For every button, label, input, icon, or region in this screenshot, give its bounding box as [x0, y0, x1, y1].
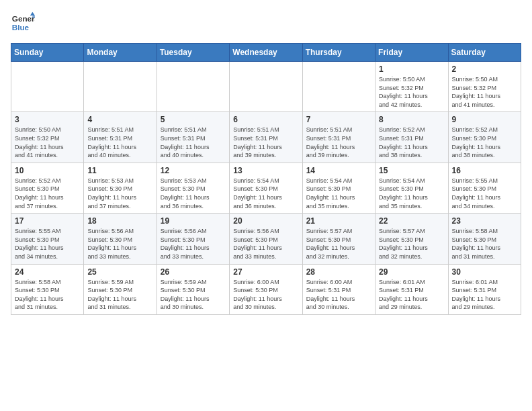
calendar-cell: 12Sunrise: 5:53 AM Sunset: 5:30 PM Dayli… — [157, 163, 229, 213]
day-info: Sunrise: 5:52 AM Sunset: 5:31 PM Dayligh… — [379, 126, 444, 159]
calendar-cell: 13Sunrise: 5:54 AM Sunset: 5:30 PM Dayli… — [230, 163, 302, 213]
day-number: 25 — [87, 267, 152, 277]
logo: General Blue — [11, 11, 35, 35]
calendar-week-row: 1Sunrise: 5:50 AM Sunset: 5:32 PM Daylig… — [11, 62, 521, 112]
day-info: Sunrise: 6:01 AM Sunset: 5:31 PM Dayligh… — [452, 278, 517, 312]
calendar-cell: 3Sunrise: 5:50 AM Sunset: 5:32 PM Daylig… — [11, 112, 84, 163]
day-info: Sunrise: 5:54 AM Sunset: 5:30 PM Dayligh… — [306, 177, 371, 210]
day-info: Sunrise: 5:51 AM Sunset: 5:31 PM Dayligh… — [233, 126, 298, 159]
day-number: 21 — [306, 216, 371, 226]
day-info: Sunrise: 5:56 AM Sunset: 5:30 PM Dayligh… — [233, 227, 298, 261]
day-number: 22 — [379, 216, 444, 226]
day-info: Sunrise: 5:51 AM Sunset: 5:31 PM Dayligh… — [161, 126, 226, 159]
day-info: Sunrise: 5:56 AM Sunset: 5:30 PM Dayligh… — [87, 227, 152, 261]
calendar-cell: 14Sunrise: 5:54 AM Sunset: 5:30 PM Dayli… — [302, 163, 375, 213]
day-number: 20 — [233, 216, 298, 226]
calendar-cell: 11Sunrise: 5:53 AM Sunset: 5:30 PM Dayli… — [84, 163, 157, 213]
logo-icon: General Blue — [11, 11, 35, 35]
day-number: 3 — [15, 115, 80, 124]
day-number: 18 — [87, 216, 152, 226]
day-info: Sunrise: 5:52 AM Sunset: 5:30 PM Dayligh… — [15, 177, 80, 210]
day-info: Sunrise: 5:58 AM Sunset: 5:30 PM Dayligh… — [15, 278, 80, 312]
day-number: 19 — [161, 216, 226, 226]
calendar-cell: 17Sunrise: 5:55 AM Sunset: 5:30 PM Dayli… — [11, 214, 84, 264]
day-number: 2 — [452, 64, 517, 74]
calendar-cell: 19Sunrise: 5:56 AM Sunset: 5:30 PM Dayli… — [157, 214, 229, 264]
day-number: 10 — [15, 166, 80, 175]
calendar-cell — [84, 62, 157, 112]
calendar-cell: 22Sunrise: 5:57 AM Sunset: 5:30 PM Dayli… — [375, 214, 448, 264]
calendar-cell — [302, 62, 375, 112]
day-number: 12 — [161, 166, 226, 175]
calendar-cell — [230, 62, 302, 112]
calendar-cell: 24Sunrise: 5:58 AM Sunset: 5:30 PM Dayli… — [11, 264, 84, 314]
day-info: Sunrise: 5:54 AM Sunset: 5:30 PM Dayligh… — [233, 177, 298, 210]
day-number: 11 — [87, 166, 152, 175]
weekday-header-thursday: Thursday — [302, 44, 375, 62]
day-info: Sunrise: 5:55 AM Sunset: 5:30 PM Dayligh… — [452, 177, 517, 210]
day-info: Sunrise: 5:53 AM Sunset: 5:30 PM Dayligh… — [87, 177, 152, 210]
day-info: Sunrise: 5:50 AM Sunset: 5:32 PM Dayligh… — [379, 75, 444, 109]
day-info: Sunrise: 6:00 AM Sunset: 5:30 PM Dayligh… — [233, 278, 298, 312]
calendar-cell: 10Sunrise: 5:52 AM Sunset: 5:30 PM Dayli… — [11, 163, 84, 213]
day-info: Sunrise: 5:52 AM Sunset: 5:30 PM Dayligh… — [452, 126, 517, 159]
day-info: Sunrise: 5:58 AM Sunset: 5:30 PM Dayligh… — [452, 227, 517, 261]
weekday-header-sunday: Sunday — [11, 44, 84, 62]
calendar-header-row: SundayMondayTuesdayWednesdayThursdayFrid… — [11, 44, 521, 62]
day-number: 14 — [306, 166, 371, 175]
day-info: Sunrise: 5:50 AM Sunset: 5:32 PM Dayligh… — [15, 126, 80, 159]
day-info: Sunrise: 5:55 AM Sunset: 5:30 PM Dayligh… — [15, 227, 80, 261]
day-number: 1 — [379, 64, 444, 74]
day-number: 16 — [452, 166, 517, 175]
day-info: Sunrise: 6:01 AM Sunset: 5:31 PM Dayligh… — [379, 278, 444, 312]
calendar-cell: 8Sunrise: 5:52 AM Sunset: 5:31 PM Daylig… — [375, 112, 448, 163]
day-number: 27 — [233, 267, 298, 277]
calendar-cell: 23Sunrise: 5:58 AM Sunset: 5:30 PM Dayli… — [448, 214, 521, 264]
day-info: Sunrise: 5:50 AM Sunset: 5:32 PM Dayligh… — [452, 75, 517, 109]
day-number: 28 — [306, 267, 371, 277]
calendar-cell: 7Sunrise: 5:51 AM Sunset: 5:31 PM Daylig… — [302, 112, 375, 163]
day-number: 23 — [452, 216, 517, 226]
day-number: 7 — [306, 115, 371, 124]
day-number: 17 — [15, 216, 80, 226]
weekday-header-tuesday: Tuesday — [157, 44, 229, 62]
day-info: Sunrise: 5:57 AM Sunset: 5:30 PM Dayligh… — [379, 227, 444, 261]
day-info: Sunrise: 5:54 AM Sunset: 5:30 PM Dayligh… — [379, 177, 444, 210]
calendar-week-row: 24Sunrise: 5:58 AM Sunset: 5:30 PM Dayli… — [11, 264, 521, 314]
calendar-cell: 27Sunrise: 6:00 AM Sunset: 5:30 PM Dayli… — [230, 264, 302, 314]
day-info: Sunrise: 6:00 AM Sunset: 5:31 PM Dayligh… — [306, 278, 371, 312]
day-info: Sunrise: 5:53 AM Sunset: 5:30 PM Dayligh… — [161, 177, 226, 210]
calendar-table: SundayMondayTuesdayWednesdayThursdayFrid… — [11, 43, 521, 315]
calendar-cell — [157, 62, 229, 112]
day-info: Sunrise: 5:59 AM Sunset: 5:30 PM Dayligh… — [87, 278, 152, 312]
calendar-week-row: 17Sunrise: 5:55 AM Sunset: 5:30 PM Dayli… — [11, 214, 521, 264]
day-number: 29 — [379, 267, 444, 277]
calendar-cell — [11, 62, 84, 112]
day-number: 13 — [233, 166, 298, 175]
svg-text:Blue: Blue — [12, 23, 30, 32]
calendar-cell: 28Sunrise: 6:00 AM Sunset: 5:31 PM Dayli… — [302, 264, 375, 314]
calendar-cell: 5Sunrise: 5:51 AM Sunset: 5:31 PM Daylig… — [157, 112, 229, 163]
day-number: 6 — [233, 115, 298, 124]
calendar-week-row: 3Sunrise: 5:50 AM Sunset: 5:32 PM Daylig… — [11, 112, 521, 163]
weekday-header-wednesday: Wednesday — [230, 44, 302, 62]
calendar-cell: 25Sunrise: 5:59 AM Sunset: 5:30 PM Dayli… — [84, 264, 157, 314]
day-info: Sunrise: 5:59 AM Sunset: 5:30 PM Dayligh… — [161, 278, 226, 312]
day-number: 5 — [161, 115, 226, 124]
calendar-cell: 9Sunrise: 5:52 AM Sunset: 5:30 PM Daylig… — [448, 112, 521, 163]
day-number: 24 — [15, 267, 80, 277]
day-info: Sunrise: 5:51 AM Sunset: 5:31 PM Dayligh… — [87, 126, 152, 159]
weekday-header-friday: Friday — [375, 44, 448, 62]
day-number: 9 — [452, 115, 517, 124]
calendar-cell: 18Sunrise: 5:56 AM Sunset: 5:30 PM Dayli… — [84, 214, 157, 264]
weekday-header-monday: Monday — [84, 44, 157, 62]
day-info: Sunrise: 5:51 AM Sunset: 5:31 PM Dayligh… — [306, 126, 371, 159]
calendar-cell: 1Sunrise: 5:50 AM Sunset: 5:32 PM Daylig… — [375, 62, 448, 112]
calendar-cell: 2Sunrise: 5:50 AM Sunset: 5:32 PM Daylig… — [448, 62, 521, 112]
calendar-cell: 21Sunrise: 5:57 AM Sunset: 5:30 PM Dayli… — [302, 214, 375, 264]
calendar-cell: 16Sunrise: 5:55 AM Sunset: 5:30 PM Dayli… — [448, 163, 521, 213]
day-number: 26 — [161, 267, 226, 277]
day-info: Sunrise: 5:56 AM Sunset: 5:30 PM Dayligh… — [161, 227, 226, 261]
day-number: 4 — [87, 115, 152, 124]
calendar-cell: 6Sunrise: 5:51 AM Sunset: 5:31 PM Daylig… — [230, 112, 302, 163]
